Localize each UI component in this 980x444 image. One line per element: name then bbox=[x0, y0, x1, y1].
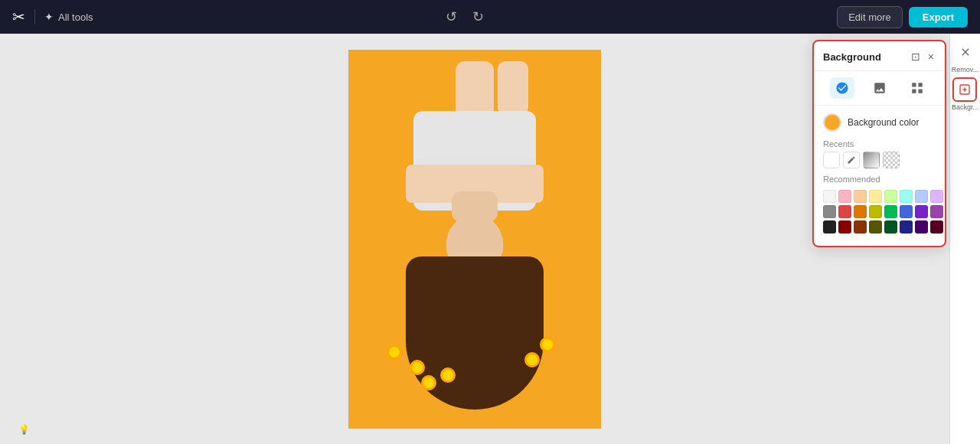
color-cell[interactable] bbox=[884, 205, 897, 218]
recents-label: Recents bbox=[814, 136, 945, 152]
color-cell[interactable] bbox=[884, 190, 897, 203]
color-cell[interactable] bbox=[838, 220, 851, 233]
remove-tool-group: Remov... bbox=[952, 40, 978, 74]
topbar: ✂ ✦ All tools ↺ ↻ Edit more Export bbox=[0, 0, 980, 34]
recents-swatches bbox=[814, 152, 945, 171]
color-cell[interactable] bbox=[930, 190, 943, 203]
recent-color-pencil[interactable] bbox=[843, 152, 860, 168]
bg-color-swatch[interactable] bbox=[823, 113, 841, 132]
recommended-label: Recommended bbox=[814, 171, 945, 187]
redo-button[interactable]: ↻ bbox=[469, 5, 487, 28]
recent-color-white[interactable] bbox=[823, 152, 840, 168]
compare-button[interactable]: ⊡ bbox=[910, 49, 922, 64]
recent-color-gradient[interactable] bbox=[863, 152, 880, 168]
background-tool[interactable] bbox=[952, 77, 977, 102]
color-cell[interactable] bbox=[869, 220, 882, 233]
right-sidebar: Remov... Backgr... bbox=[949, 34, 980, 444]
bg-tabs bbox=[814, 71, 945, 106]
bg-tool-group: Backgr... bbox=[952, 77, 978, 112]
export-button[interactable]: Export bbox=[909, 7, 968, 28]
figure-container bbox=[348, 50, 601, 429]
color-cell[interactable] bbox=[915, 220, 928, 233]
main-area: Background ⊡ × B bbox=[0, 34, 980, 444]
color-cell[interactable] bbox=[854, 220, 867, 233]
hint-icon: 💡 bbox=[18, 424, 30, 435]
canvas-image bbox=[348, 50, 601, 429]
bg-color-row: Background color bbox=[814, 106, 945, 136]
tab-image-bg[interactable] bbox=[867, 77, 892, 99]
color-cell[interactable] bbox=[838, 190, 851, 203]
tab-paint[interactable] bbox=[830, 77, 854, 99]
recommended-color-grid bbox=[814, 187, 945, 237]
remove-label: Remov... bbox=[952, 66, 978, 74]
close-panel-button[interactable]: × bbox=[926, 49, 936, 64]
color-cell[interactable] bbox=[823, 220, 836, 233]
color-cell[interactable] bbox=[854, 190, 867, 203]
color-cell[interactable] bbox=[823, 205, 836, 218]
color-cell[interactable] bbox=[915, 190, 928, 203]
bg-panel-header-icons: ⊡ × bbox=[910, 49, 936, 64]
edit-more-button[interactable]: Edit more bbox=[837, 6, 903, 28]
undo-button[interactable]: ↺ bbox=[443, 5, 460, 28]
bg-tool-label: Backgr... bbox=[952, 103, 978, 112]
bottom-hint: 💡 bbox=[18, 424, 30, 435]
tab-grid-bg[interactable] bbox=[905, 77, 929, 99]
all-tools-nav[interactable]: ✦ All tools bbox=[44, 11, 93, 23]
color-cell[interactable] bbox=[869, 205, 882, 218]
recent-color-transparent[interactable] bbox=[883, 152, 900, 168]
topbar-divider bbox=[34, 9, 35, 24]
color-cell[interactable] bbox=[900, 205, 913, 218]
color-cell[interactable] bbox=[854, 205, 867, 218]
remove-bg-tool[interactable] bbox=[953, 40, 978, 64]
color-cell[interactable] bbox=[838, 205, 851, 218]
color-cell[interactable] bbox=[930, 220, 943, 233]
topbar-right: Edit more Export bbox=[837, 6, 968, 28]
canvas-area bbox=[0, 34, 949, 444]
color-cell[interactable] bbox=[884, 220, 897, 233]
app-logo: ✂ bbox=[12, 8, 25, 26]
bg-panel-title: Background bbox=[823, 51, 881, 63]
bg-color-label: Background color bbox=[848, 117, 919, 128]
color-cell[interactable] bbox=[915, 205, 928, 218]
color-cell[interactable] bbox=[900, 220, 913, 233]
color-cell[interactable] bbox=[869, 190, 882, 203]
color-cell[interactable] bbox=[900, 190, 913, 203]
color-cell[interactable] bbox=[930, 205, 943, 218]
topbar-left: ✂ ✦ All tools bbox=[12, 8, 93, 26]
bg-panel-header: Background ⊡ × bbox=[814, 41, 945, 71]
topbar-center: ↺ ↻ bbox=[443, 5, 487, 28]
color-cell[interactable] bbox=[823, 190, 836, 203]
background-panel: Background ⊡ × B bbox=[812, 40, 946, 247]
